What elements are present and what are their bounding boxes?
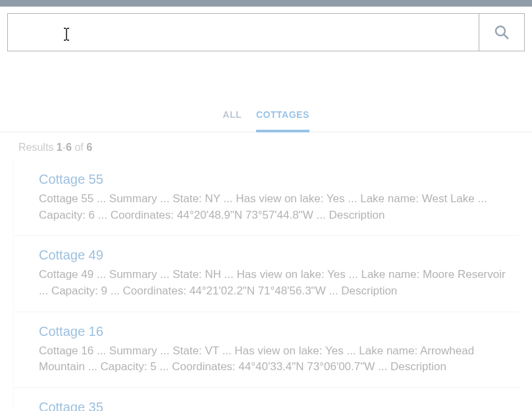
results-of: of	[72, 142, 86, 153]
search-input[interactable]	[7, 13, 479, 51]
result-item: Cottage 35 Cottage 35 ... Summary ... St…	[13, 388, 519, 411]
search-row	[0, 7, 532, 51]
result-item: Cottage 55 Cottage 55 ... Summary ... St…	[13, 160, 519, 236]
results-total: 6	[86, 142, 92, 153]
search-button[interactable]	[479, 13, 525, 51]
result-snippet: Cottage 16 ... Summary ... State: VT ...…	[39, 343, 506, 375]
result-item: Cottage 16 Cottage 16 ... Summary ... St…	[13, 312, 519, 388]
result-title-link[interactable]: Cottage 49	[39, 248, 506, 263]
results-to: 6	[66, 142, 72, 153]
top-strip	[0, 0, 532, 7]
result-title-link[interactable]: Cottage 55	[39, 172, 506, 187]
results-count: Results 1-6 of 6	[0, 132, 532, 160]
svg-point-0	[496, 26, 505, 36]
svg-line-1	[504, 35, 509, 40]
results-from: 1	[57, 142, 63, 153]
result-item: Cottage 49 Cottage 49 ... Summary ... St…	[13, 236, 519, 312]
result-snippet: Cottage 55 ... Summary ... State: NY ...…	[39, 191, 506, 223]
result-snippet: Cottage 49 ... Summary ... State: NH ...…	[39, 267, 506, 299]
tabs-row: ALL COTTAGES	[0, 103, 532, 132]
result-title-link[interactable]: Cottage 35	[39, 400, 506, 411]
result-list: Cottage 55 Cottage 55 ... Summary ... St…	[0, 160, 532, 411]
magnifier-icon	[494, 24, 510, 40]
tab-cottages[interactable]: COTTAGES	[256, 103, 309, 132]
results-prefix: Results	[18, 142, 57, 153]
result-title-link[interactable]: Cottage 16	[39, 324, 506, 339]
tab-all[interactable]: ALL	[223, 103, 242, 132]
